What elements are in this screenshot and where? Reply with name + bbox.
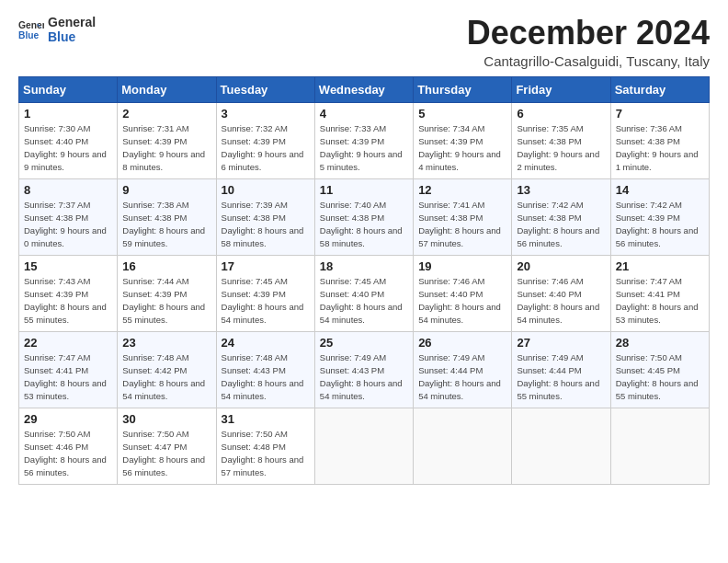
cell-content: Sunrise: 7:50 AM Sunset: 4:45 PM Dayligh… bbox=[616, 351, 704, 404]
calendar-cell: 27 Sunrise: 7:49 AM Sunset: 4:44 PM Dayl… bbox=[512, 331, 610, 408]
cell-content: Sunrise: 7:48 AM Sunset: 4:43 PM Dayligh… bbox=[222, 351, 310, 404]
day-number: 6 bbox=[517, 107, 605, 121]
calendar-cell: 6 Sunrise: 7:35 AM Sunset: 4:38 PM Dayli… bbox=[512, 102, 610, 178]
calendar-cell: 30 Sunrise: 7:50 AM Sunset: 4:47 PM Dayl… bbox=[118, 408, 216, 484]
cell-content: Sunrise: 7:49 AM Sunset: 4:44 PM Dayligh… bbox=[418, 351, 506, 404]
calendar-cell bbox=[512, 408, 610, 484]
cell-content: Sunrise: 7:30 AM Sunset: 4:40 PM Dayligh… bbox=[24, 122, 112, 175]
weekday-header-tuesday: Tuesday bbox=[216, 76, 314, 102]
cell-content: Sunrise: 7:36 AM Sunset: 4:38 PM Dayligh… bbox=[616, 122, 704, 175]
calendar-cell: 14 Sunrise: 7:42 AM Sunset: 4:39 PM Dayl… bbox=[610, 178, 709, 255]
cell-content: Sunrise: 7:48 AM Sunset: 4:42 PM Dayligh… bbox=[122, 351, 210, 404]
calendar-cell: 8 Sunrise: 7:37 AM Sunset: 4:38 PM Dayli… bbox=[19, 178, 118, 255]
day-number: 7 bbox=[616, 107, 704, 121]
calendar-cell: 11 Sunrise: 7:40 AM Sunset: 4:38 PM Dayl… bbox=[314, 178, 413, 255]
calendar-cell: 26 Sunrise: 7:49 AM Sunset: 4:44 PM Dayl… bbox=[414, 331, 512, 408]
logo-blue: Blue bbox=[48, 29, 96, 44]
calendar-cell bbox=[414, 408, 512, 484]
weekday-header-sunday: Sunday bbox=[19, 76, 118, 102]
weekday-header-wednesday: Wednesday bbox=[314, 76, 413, 102]
calendar-cell: 20 Sunrise: 7:46 AM Sunset: 4:40 PM Dayl… bbox=[512, 255, 610, 331]
cell-content: Sunrise: 7:42 AM Sunset: 4:38 PM Dayligh… bbox=[517, 199, 605, 251]
cell-content: Sunrise: 7:44 AM Sunset: 4:39 PM Dayligh… bbox=[122, 275, 210, 327]
day-number: 28 bbox=[616, 336, 704, 350]
header: General Blue General Blue December 2024 … bbox=[18, 15, 710, 69]
cell-content: Sunrise: 7:47 AM Sunset: 4:41 PM Dayligh… bbox=[616, 275, 704, 327]
calendar-cell bbox=[314, 408, 413, 484]
calendar-cell: 25 Sunrise: 7:49 AM Sunset: 4:43 PM Dayl… bbox=[314, 331, 413, 408]
calendar-cell: 1 Sunrise: 7:30 AM Sunset: 4:40 PM Dayli… bbox=[19, 102, 118, 178]
day-number: 4 bbox=[320, 107, 408, 121]
location-subtitle: Cantagrillo-Casalguidi, Tuscany, Italy bbox=[467, 53, 710, 69]
weekday-header-monday: Monday bbox=[118, 76, 216, 102]
day-number: 19 bbox=[418, 259, 506, 273]
day-number: 20 bbox=[517, 259, 605, 273]
calendar-cell: 5 Sunrise: 7:34 AM Sunset: 4:39 PM Dayli… bbox=[414, 102, 512, 178]
calendar-table: SundayMondayTuesdayWednesdayThursdayFrid… bbox=[18, 76, 710, 485]
day-number: 8 bbox=[24, 183, 112, 197]
calendar-cell: 18 Sunrise: 7:45 AM Sunset: 4:40 PM Dayl… bbox=[314, 255, 413, 331]
calendar-cell: 3 Sunrise: 7:32 AM Sunset: 4:39 PM Dayli… bbox=[216, 102, 314, 178]
day-number: 5 bbox=[418, 107, 506, 121]
cell-content: Sunrise: 7:40 AM Sunset: 4:38 PM Dayligh… bbox=[320, 199, 408, 251]
logo-icon: General Blue bbox=[18, 17, 44, 42]
calendar-cell: 23 Sunrise: 7:48 AM Sunset: 4:42 PM Dayl… bbox=[118, 331, 216, 408]
calendar-cell: 16 Sunrise: 7:44 AM Sunset: 4:39 PM Dayl… bbox=[118, 255, 216, 331]
calendar-cell: 31 Sunrise: 7:50 AM Sunset: 4:48 PM Dayl… bbox=[216, 408, 314, 484]
cell-content: Sunrise: 7:33 AM Sunset: 4:39 PM Dayligh… bbox=[320, 122, 408, 175]
cell-content: Sunrise: 7:49 AM Sunset: 4:43 PM Dayligh… bbox=[320, 351, 408, 404]
cell-content: Sunrise: 7:42 AM Sunset: 4:39 PM Dayligh… bbox=[616, 199, 704, 251]
cell-content: Sunrise: 7:45 AM Sunset: 4:39 PM Dayligh… bbox=[222, 275, 310, 327]
cell-content: Sunrise: 7:35 AM Sunset: 4:38 PM Dayligh… bbox=[517, 122, 605, 175]
month-title: December 2024 bbox=[467, 15, 710, 52]
calendar-cell: 12 Sunrise: 7:41 AM Sunset: 4:38 PM Dayl… bbox=[414, 178, 512, 255]
logo: General Blue General Blue bbox=[18, 15, 96, 44]
title-block: December 2024 Cantagrillo-Casalguidi, Tu… bbox=[467, 15, 710, 69]
day-number: 21 bbox=[616, 259, 704, 273]
day-number: 15 bbox=[24, 259, 112, 273]
day-number: 10 bbox=[222, 183, 310, 197]
cell-content: Sunrise: 7:50 AM Sunset: 4:47 PM Dayligh… bbox=[122, 428, 210, 480]
calendar-cell: 15 Sunrise: 7:43 AM Sunset: 4:39 PM Dayl… bbox=[19, 255, 118, 331]
weekday-header-thursday: Thursday bbox=[414, 76, 512, 102]
calendar-cell: 17 Sunrise: 7:45 AM Sunset: 4:39 PM Dayl… bbox=[216, 255, 314, 331]
cell-content: Sunrise: 7:49 AM Sunset: 4:44 PM Dayligh… bbox=[517, 351, 605, 404]
day-number: 3 bbox=[222, 107, 310, 121]
day-number: 2 bbox=[122, 107, 210, 121]
calendar-cell: 22 Sunrise: 7:47 AM Sunset: 4:41 PM Dayl… bbox=[19, 331, 118, 408]
calendar-cell: 2 Sunrise: 7:31 AM Sunset: 4:39 PM Dayli… bbox=[118, 102, 216, 178]
calendar-cell: 13 Sunrise: 7:42 AM Sunset: 4:38 PM Dayl… bbox=[512, 178, 610, 255]
cell-content: Sunrise: 7:34 AM Sunset: 4:39 PM Dayligh… bbox=[418, 122, 506, 175]
cell-content: Sunrise: 7:32 AM Sunset: 4:39 PM Dayligh… bbox=[222, 122, 310, 175]
calendar-cell: 19 Sunrise: 7:46 AM Sunset: 4:40 PM Dayl… bbox=[414, 255, 512, 331]
day-number: 24 bbox=[222, 336, 310, 350]
calendar-cell: 24 Sunrise: 7:48 AM Sunset: 4:43 PM Dayl… bbox=[216, 331, 314, 408]
day-number: 1 bbox=[24, 107, 112, 121]
calendar-cell bbox=[610, 408, 709, 484]
day-number: 18 bbox=[320, 259, 408, 273]
cell-content: Sunrise: 7:31 AM Sunset: 4:39 PM Dayligh… bbox=[122, 122, 210, 175]
cell-content: Sunrise: 7:39 AM Sunset: 4:38 PM Dayligh… bbox=[222, 199, 310, 251]
day-number: 26 bbox=[418, 336, 506, 350]
day-number: 9 bbox=[122, 183, 210, 197]
calendar-cell: 9 Sunrise: 7:38 AM Sunset: 4:38 PM Dayli… bbox=[118, 178, 216, 255]
day-number: 17 bbox=[222, 259, 310, 273]
day-number: 11 bbox=[320, 183, 408, 197]
calendar-cell: 21 Sunrise: 7:47 AM Sunset: 4:41 PM Dayl… bbox=[610, 255, 709, 331]
day-number: 13 bbox=[517, 183, 605, 197]
day-number: 31 bbox=[222, 412, 310, 426]
cell-content: Sunrise: 7:46 AM Sunset: 4:40 PM Dayligh… bbox=[517, 275, 605, 327]
cell-content: Sunrise: 7:37 AM Sunset: 4:38 PM Dayligh… bbox=[24, 199, 112, 251]
day-number: 25 bbox=[320, 336, 408, 350]
cell-content: Sunrise: 7:38 AM Sunset: 4:38 PM Dayligh… bbox=[122, 199, 210, 251]
cell-content: Sunrise: 7:41 AM Sunset: 4:38 PM Dayligh… bbox=[418, 199, 506, 251]
day-number: 16 bbox=[122, 259, 210, 273]
cell-content: Sunrise: 7:43 AM Sunset: 4:39 PM Dayligh… bbox=[24, 275, 112, 327]
day-number: 12 bbox=[418, 183, 506, 197]
svg-text:General: General bbox=[18, 20, 44, 30]
calendar-cell: 4 Sunrise: 7:33 AM Sunset: 4:39 PM Dayli… bbox=[314, 102, 413, 178]
calendar-cell: 29 Sunrise: 7:50 AM Sunset: 4:46 PM Dayl… bbox=[19, 408, 118, 484]
weekday-header-friday: Friday bbox=[512, 76, 610, 102]
logo-general: General bbox=[48, 15, 96, 29]
calendar-cell: 10 Sunrise: 7:39 AM Sunset: 4:38 PM Dayl… bbox=[216, 178, 314, 255]
